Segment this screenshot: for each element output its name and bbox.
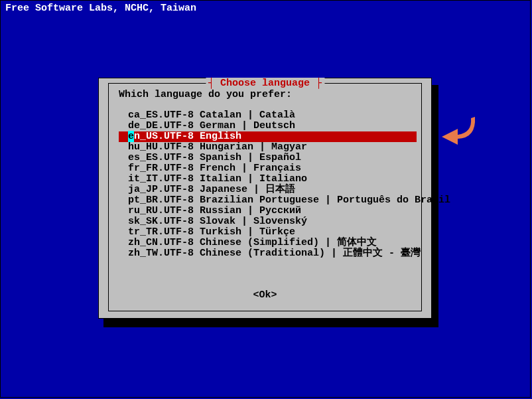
language-option[interactable]: de_DE.UTF-8 German | Deutsch xyxy=(119,121,417,131)
language-option[interactable]: en_US.UTF-8 English xyxy=(119,131,417,142)
language-option[interactable]: hu_HU.UTF-8 Hungarian | Magyar xyxy=(119,142,417,153)
dialog-title: ┤ Choose language ├ xyxy=(206,78,324,89)
language-option[interactable]: pt_BR.UTF-8 Brazilian Portuguese | Portu… xyxy=(119,195,417,206)
language-option[interactable]: zh_CN.UTF-8 Chinese (Simplified) | 简体中文 xyxy=(119,238,417,248)
language-list[interactable]: ca_ES.UTF-8 Catalan | Catalàde_DE.UTF-8 … xyxy=(119,110,417,259)
dialog-prompt: Which language do you prefer: xyxy=(119,89,292,100)
page-header: Free Software Labs, NCHC, Taiwan xyxy=(0,0,532,17)
language-option[interactable]: fr_FR.UTF-8 French | Français xyxy=(119,163,417,174)
pointer-arrow-icon xyxy=(438,112,478,155)
language-option[interactable]: sk_SK.UTF-8 Slovak | Slovenský xyxy=(119,216,417,227)
language-option[interactable]: ru_RU.UTF-8 Russian | Русский xyxy=(119,206,417,216)
language-option[interactable]: it_IT.UTF-8 Italian | Italiano xyxy=(119,174,417,185)
language-option[interactable]: tr_TR.UTF-8 Turkish | Türkçe xyxy=(119,227,417,238)
ok-button[interactable]: <Ok> xyxy=(253,289,277,301)
language-dialog: ┤ Choose language ├ Which language do yo… xyxy=(98,78,432,319)
language-option[interactable]: es_ES.UTF-8 Spanish | Español xyxy=(119,153,417,163)
language-option[interactable]: zh_TW.UTF-8 Chinese (Traditional) | 正體中文… xyxy=(119,248,417,259)
language-option[interactable]: ca_ES.UTF-8 Catalan | Català xyxy=(119,110,417,121)
language-option[interactable]: ja_JP.UTF-8 Japanese | 日本語 xyxy=(119,185,417,195)
